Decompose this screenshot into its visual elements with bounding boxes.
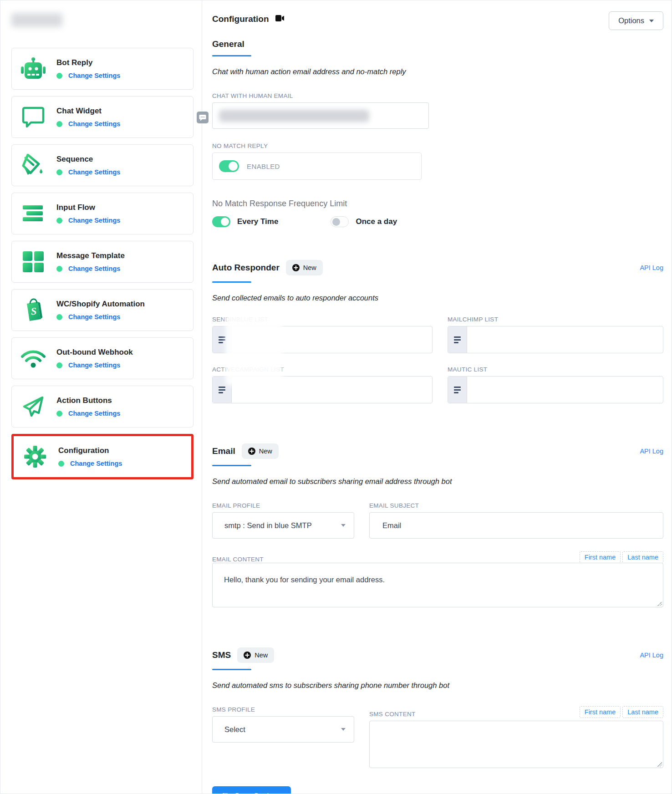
enabled-label: ENABLED — [247, 163, 280, 170]
email-new-button[interactable]: New — [242, 443, 279, 459]
resize-handle[interactable] — [657, 762, 662, 767]
new-label: New — [303, 264, 316, 271]
bars-icon — [20, 204, 46, 223]
auto-responder-api-log-link[interactable]: API Log — [640, 264, 663, 271]
chevron-down-icon — [649, 20, 654, 22]
status-dot — [56, 218, 62, 224]
sms-profile-select[interactable]: Select — [212, 716, 354, 743]
change-settings-link[interactable]: Change Settings — [68, 168, 120, 176]
app-window: Bot Reply Change Settings Chat Widget Ch… — [0, 0, 672, 794]
first-name-chip[interactable]: First name — [580, 551, 621, 563]
email-description: Send automated email to subscribers shar… — [212, 477, 663, 486]
sidebar-item-label: Message Template — [56, 251, 125, 260]
change-settings-link[interactable]: Change Settings — [70, 460, 122, 467]
mautic-list-label: MAUTIC LIST — [448, 366, 663, 373]
no-match-reply-box: ENABLED — [212, 153, 422, 180]
last-name-chip[interactable]: Last name — [622, 706, 663, 718]
new-label: New — [259, 448, 272, 455]
auto-responder-description: Send collected emails to auto responder … — [212, 294, 663, 302]
email-content-textarea[interactable] — [212, 563, 663, 607]
sidebar-item-bot-reply[interactable]: Bot Reply Change Settings — [11, 48, 193, 90]
change-settings-link[interactable]: Change Settings — [68, 313, 120, 321]
change-settings-link[interactable]: Change Settings — [68, 217, 120, 224]
email-subject-label: EMAIL SUBJECT — [369, 502, 663, 509]
auto-responder-underline — [212, 281, 251, 283]
sidebar-item-label: Out-bound Webhook — [56, 348, 133, 357]
chat-with-human-email-label: CHAT WITH HUMAN EMAIL — [212, 92, 663, 99]
status-dot — [56, 411, 62, 417]
sidebar-item-sequence[interactable]: Sequence Change Settings — [11, 144, 193, 186]
save-label: Save Settings — [234, 792, 281, 794]
sms-content-label: SMS CONTENT — [369, 711, 416, 718]
sendinblue-list-label: SENDINBLUE LIST — [212, 316, 433, 323]
grid-icon — [20, 250, 46, 273]
email-api-log-link[interactable]: API Log — [640, 448, 663, 455]
chevron-down-icon — [341, 728, 346, 731]
shopify-bag-icon: S — [20, 298, 46, 322]
status-dot — [56, 121, 62, 127]
list-icon — [213, 377, 232, 403]
email-profile-select[interactable]: smtp : Send in blue SMTP — [212, 512, 354, 539]
change-settings-link[interactable]: Change Settings — [68, 120, 120, 127]
list-icon — [448, 377, 467, 403]
change-settings-link[interactable]: Change Settings — [68, 72, 120, 79]
email-heading: Email — [212, 446, 235, 456]
sidebar: Bot Reply Change Settings Chat Widget Ch… — [0, 0, 202, 794]
sms-profile-label: SMS PROFILE — [212, 706, 354, 713]
sidebar-item-label: Chat Widget — [56, 107, 120, 116]
sendinblue-list-input[interactable] — [212, 326, 433, 353]
page-title: Configuration — [212, 14, 269, 24]
sidebar-item-chat-widget[interactable]: Chat Widget Change Settings — [11, 96, 193, 138]
plus-circle-icon — [248, 448, 255, 455]
mautic-list-input[interactable] — [448, 376, 663, 403]
main-content: Configuration Options General Chat with … — [202, 0, 672, 794]
sidebar-item-out-bound-webhook[interactable]: Out-bound Webhook Change Settings — [11, 337, 193, 379]
mailchimp-list-input[interactable] — [448, 326, 663, 353]
save-settings-button[interactable]: Save Settings — [212, 786, 291, 794]
change-settings-link[interactable]: Change Settings — [68, 361, 120, 369]
every-time-label: Every Time — [237, 217, 278, 226]
email-subject-input[interactable] — [369, 512, 663, 539]
sidebar-item-wc-shopify-automation[interactable]: S WC/Shopify Automation Change Settings — [11, 289, 193, 331]
chat-with-human-email-input[interactable] — [212, 102, 429, 129]
activecampaign-list-input[interactable] — [212, 376, 433, 403]
sms-new-button[interactable]: New — [237, 647, 274, 663]
video-camera-icon[interactable] — [275, 15, 285, 23]
first-name-chip[interactable]: First name — [580, 706, 621, 718]
change-settings-link[interactable]: Change Settings — [68, 265, 120, 272]
options-button[interactable]: Options — [609, 11, 663, 30]
new-label: New — [255, 651, 268, 659]
once-a-day-toggle[interactable] — [331, 216, 349, 227]
sidebar-item-configuration-active[interactable]: Configuration Change Settings — [11, 434, 193, 479]
every-time-toggle[interactable] — [212, 216, 230, 227]
sidebar-item-action-buttons[interactable]: Action Buttons Change Settings — [11, 386, 193, 428]
paint-bucket-icon — [20, 154, 46, 177]
site-logo-redacted — [11, 13, 62, 27]
chat-launcher-icon[interactable] — [197, 112, 209, 123]
sidebar-item-label: Action Buttons — [56, 396, 120, 405]
general-description: Chat with human action email address and… — [212, 67, 663, 76]
change-settings-link[interactable]: Change Settings — [68, 410, 120, 417]
sms-api-log-link[interactable]: API Log — [640, 651, 663, 659]
sms-description: Send automated sms to subscribers sharin… — [212, 681, 663, 690]
robot-icon — [20, 57, 46, 80]
status-dot — [56, 266, 62, 272]
sidebar-item-message-template[interactable]: Message Template Change Settings — [11, 241, 193, 283]
resize-handle[interactable] — [657, 601, 662, 606]
sms-content-textarea[interactable] — [369, 721, 663, 768]
once-a-day-label: Once a day — [356, 217, 397, 226]
status-dot — [56, 73, 62, 79]
sidebar-item-input-flow[interactable]: Input Flow Change Settings — [11, 193, 193, 234]
auto-responder-new-button[interactable]: New — [286, 260, 323, 275]
sidebar-item-label: Configuration — [58, 446, 122, 455]
gear-icon — [22, 445, 48, 468]
email-underline — [212, 465, 251, 466]
list-icon — [448, 326, 467, 353]
auto-responder-heading: Auto Responder — [212, 263, 280, 273]
last-name-chip[interactable]: Last name — [622, 551, 663, 563]
no-match-reply-toggle[interactable] — [219, 160, 239, 172]
list-icon — [213, 326, 232, 353]
general-underline — [212, 55, 251, 56]
sidebar-item-label: WC/Shopify Automation — [56, 300, 145, 309]
save-icon — [222, 793, 229, 794]
